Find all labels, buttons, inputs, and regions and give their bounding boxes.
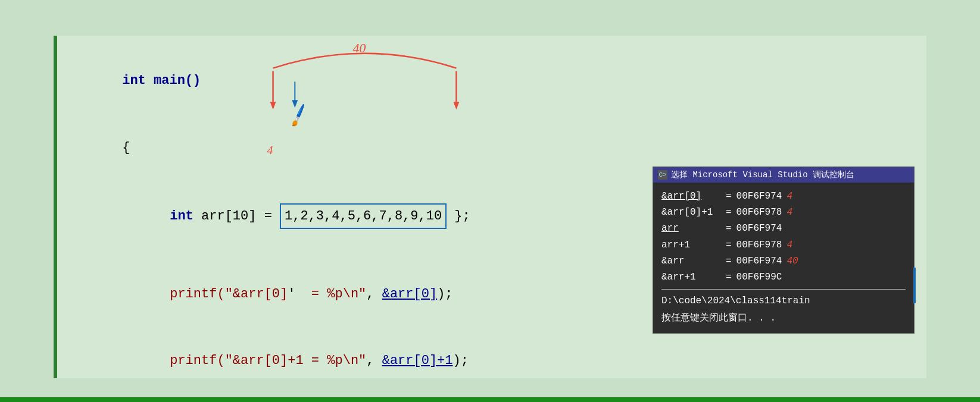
console-row-0: &arr[0] = 00F6F974 4 bbox=[661, 189, 906, 205]
console-annot-3: 4 bbox=[787, 237, 792, 253]
console-annot-0: 4 bbox=[787, 189, 792, 205]
console-key-1: &arr[0]+1 bbox=[661, 205, 721, 221]
console-row-1: &arr[0]+1 = 00F6F978 4 bbox=[661, 205, 906, 221]
console-path: D:\code\2024\class114train bbox=[661, 293, 906, 309]
keyword-int: int main() bbox=[122, 73, 201, 88]
console-row-5: &arr+1 = 00F6F99C bbox=[661, 269, 906, 290]
console-val-5: 00F6F99C bbox=[736, 269, 782, 285]
console-body: &arr[0] = 00F6F974 4 &arr[0]+1 = 00F6F97… bbox=[653, 183, 914, 333]
code-line-1: int main() bbox=[75, 48, 909, 114]
console-annot-4: 40 bbox=[787, 253, 798, 269]
console-val-2: 00F6F974 bbox=[736, 221, 782, 237]
console-app-icon: C> bbox=[658, 170, 667, 180]
brace-open: { bbox=[122, 140, 130, 155]
array-initializer: 1,2,3,4,5,6,7,8,9,10 bbox=[280, 203, 447, 229]
sidebar-indicator bbox=[913, 268, 916, 303]
console-row-2: arr = 00F6F974 bbox=[661, 221, 906, 237]
console-titlebar: C> 选择 Microsoft Visual Studio 调试控制台 bbox=[653, 167, 914, 183]
console-val-3: 00F6F978 bbox=[736, 237, 782, 253]
console-key-5: &arr+1 bbox=[661, 269, 721, 285]
console-title-text: 选择 Microsoft Visual Studio 调试控制台 bbox=[671, 169, 854, 180]
console-val-4: 00F6F974 bbox=[736, 253, 782, 269]
console-row-3: arr+1 = 00F6F978 4 bbox=[661, 237, 906, 253]
console-annot-1: 4 bbox=[787, 205, 792, 221]
console-key-4: &arr bbox=[661, 253, 721, 269]
console-note: 按任意键关闭此窗口. . . bbox=[661, 310, 906, 326]
console-key-3: arr+1 bbox=[661, 237, 721, 253]
bottom-status-bar bbox=[0, 397, 980, 402]
console-val-1: 00F6F978 bbox=[736, 205, 782, 221]
code-editor-container: 40 4 int main() { int arr[10] = 1,2,3,4,… bbox=[54, 36, 926, 378]
console-key-0: &arr[0] bbox=[661, 189, 721, 205]
console-row-4: &arr = 00F6F974 40 bbox=[661, 253, 906, 269]
console-window[interactable]: C> 选择 Microsoft Visual Studio 调试控制台 &arr… bbox=[653, 167, 915, 334]
console-val-0: 00F6F974 bbox=[736, 189, 782, 205]
code-line-5: printf("&arr[0]+1 = %p\n", &arr[0]+1); bbox=[123, 328, 909, 394]
console-key-2: arr bbox=[661, 221, 721, 237]
